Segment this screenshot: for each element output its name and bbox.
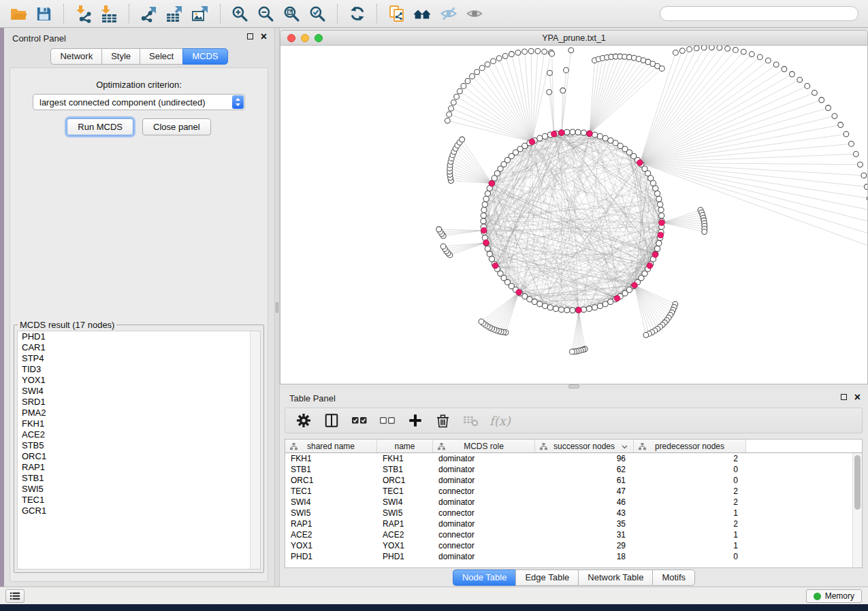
mcds-result-item[interactable]: SWI5	[18, 484, 260, 495]
tab-select[interactable]: Select	[140, 48, 182, 65]
cell-successors: 18	[535, 552, 634, 561]
tab-edge-table[interactable]: Edge Table	[515, 569, 578, 586]
gear-icon	[295, 412, 312, 429]
mcds-result-item[interactable]: RAP1	[18, 462, 260, 473]
table-row[interactable]: ORC1ORC1dominator610	[285, 475, 862, 486]
mcds-result-item[interactable]: TEC1	[18, 495, 260, 506]
criterion-select[interactable]: largest connected component (undirected)	[33, 94, 245, 110]
zoom-selected-icon	[309, 5, 326, 22]
mcds-result-item[interactable]: ORC1	[18, 451, 260, 462]
close-panel-icon[interactable]: ×	[261, 33, 267, 40]
vertical-splitter[interactable]	[274, 28, 280, 587]
first-neighbors-button[interactable]	[411, 3, 434, 25]
splitter-grip[interactable]	[276, 302, 278, 313]
mcds-result-item[interactable]: PMA2	[18, 408, 260, 418]
open-file-button[interactable]	[7, 3, 29, 25]
select-all-button[interactable]	[350, 412, 368, 429]
table-row[interactable]: RAP1RAP1dominator352	[285, 518, 862, 529]
show-all-button[interactable]	[463, 3, 485, 25]
zoom-in-button[interactable]	[229, 3, 251, 25]
export-table-button[interactable]	[163, 3, 186, 25]
zoom-out-button[interactable]	[255, 3, 277, 25]
tab-network-table[interactable]: Network Table	[578, 569, 652, 586]
column-header-MCDS-role[interactable]: MCDS role	[433, 440, 535, 452]
column-header-predecessor-nodes[interactable]: predecessor nodes	[634, 440, 746, 452]
cell-successors: 35	[535, 519, 634, 529]
zoom-selected-button[interactable]	[306, 3, 329, 25]
network-canvas[interactable]	[280, 46, 868, 384]
unchecked-boxes-icon	[379, 413, 396, 428]
tab-mcds[interactable]: MCDS	[182, 48, 227, 65]
table-row[interactable]: ACE2ACE2connector311	[285, 529, 862, 540]
mcds-result-item[interactable]: TID3	[18, 364, 260, 375]
column-header-successor-nodes[interactable]: successor nodes	[535, 440, 634, 452]
mcds-result-item[interactable]: SRD1	[18, 397, 260, 408]
table-row[interactable]: STB1STB1dominator620	[285, 464, 862, 475]
zoom-fit-button[interactable]	[280, 3, 303, 25]
export-image-button[interactable]	[189, 3, 212, 25]
mcds-result-item[interactable]: STP4	[18, 353, 260, 364]
mcds-result-item[interactable]: YOX1	[18, 375, 260, 386]
memory-status-icon	[814, 593, 821, 600]
close-panel-icon[interactable]: ×	[854, 393, 861, 401]
network-graph[interactable]	[280, 46, 867, 383]
float-panel-icon[interactable]	[247, 33, 253, 39]
mcds-result-item[interactable]: FKH1	[18, 418, 260, 429]
network-titlebar[interactable]: YPA_prune.txt_1	[280, 30, 868, 46]
run-mcds-button[interactable]: Run MCDS	[67, 118, 133, 135]
save-session-button[interactable]	[33, 3, 55, 25]
mcds-result-item[interactable]: CAR1	[18, 342, 260, 353]
network-title: YPA_prune.txt_1	[280, 33, 867, 43]
import-network-button[interactable]	[72, 3, 95, 25]
table-scrollbar-thumb[interactable]	[854, 455, 861, 510]
import-table-button[interactable]	[98, 3, 120, 25]
add-column-button[interactable]	[406, 412, 424, 429]
cell-predecessors: 2	[634, 454, 746, 463]
cell-role: connector	[433, 530, 535, 540]
tab-network[interactable]: Network	[50, 48, 101, 65]
table-row[interactable]: FKH1FKH1dominator962	[285, 453, 862, 464]
mcds-result-item[interactable]: STB5	[18, 440, 260, 451]
header-filler	[746, 440, 862, 452]
export-network-button[interactable]	[138, 3, 160, 25]
table-scrollbar[interactable]	[852, 453, 862, 567]
result-scrollbar[interactable]	[250, 331, 260, 569]
criterion-select-value: largest connected component (undirected)	[33, 97, 232, 108]
column-header-shared-name[interactable]: shared name	[285, 440, 377, 452]
cell-successors: 62	[535, 465, 634, 474]
main-toolbar	[0, 0, 868, 28]
tab-motifs[interactable]: Motifs	[652, 569, 695, 586]
table-rows: FKH1FKH1dominator962STB1STB1dominator620…	[285, 453, 862, 562]
apply-layout-button[interactable]	[346, 3, 368, 25]
close-panel-button[interactable]: Close panel	[142, 118, 211, 135]
float-panel-icon[interactable]	[841, 394, 847, 400]
mcds-result-item[interactable]: SWI4	[18, 386, 260, 397]
zoom-fit-icon	[283, 5, 300, 22]
screen: Control Panel × NetworkStyleSelectMCDS O…	[0, 0, 868, 611]
search-input[interactable]	[660, 6, 858, 21]
table-row[interactable]: TEC1TEC1connector472	[285, 486, 862, 497]
deselect-all-button[interactable]	[378, 412, 396, 429]
show-columns-button[interactable]	[322, 412, 340, 429]
memory-button[interactable]: Memory	[806, 589, 862, 603]
network-from-selection-button[interactable]	[385, 3, 408, 25]
task-history-button[interactable]	[5, 589, 25, 603]
mcds-result-list[interactable]: PHD1CAR1STP4TID3YOX1SWI4SRD1PMA2FKH1ACE2…	[17, 331, 261, 569]
mcds-result-item[interactable]: PHD1	[18, 331, 260, 342]
cell-name: SWI5	[377, 508, 433, 518]
cell-predecessors: 2	[634, 497, 746, 507]
table-mode-button[interactable]	[294, 412, 312, 429]
delete-column-button[interactable]	[434, 412, 452, 429]
table-row[interactable]: SWI4SWI4dominator462	[285, 497, 862, 508]
tab-node-table[interactable]: Node Table	[453, 569, 516, 586]
tab-style[interactable]: Style	[101, 48, 140, 65]
memory-label: Memory	[825, 591, 854, 601]
hide-selected-button[interactable]	[437, 3, 460, 25]
mcds-result-item[interactable]: STB1	[18, 473, 260, 484]
column-header-name[interactable]: name	[377, 440, 433, 452]
table-row[interactable]: SWI5SWI5connector431	[285, 508, 862, 518]
table-row[interactable]: PHD1PHD1dominator180	[285, 551, 862, 562]
table-row[interactable]: YOX1YOX1connector291	[285, 540, 862, 551]
mcds-result-item[interactable]: GCR1	[18, 506, 260, 516]
mcds-result-item[interactable]: ACE2	[18, 429, 260, 440]
